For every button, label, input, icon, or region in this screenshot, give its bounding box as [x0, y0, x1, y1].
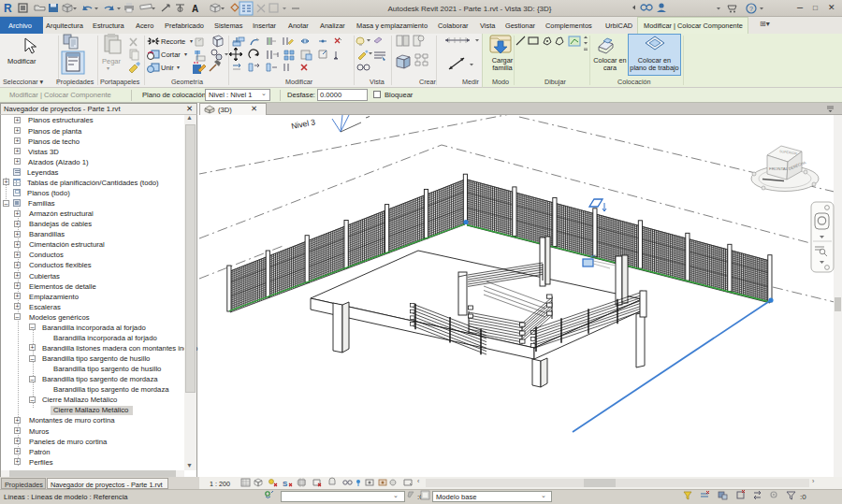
svg-text:R: R — [4, 2, 12, 15]
svg-text:?: ? — [749, 6, 753, 12]
svg-text:FRONTAL: FRONTAL — [769, 166, 789, 171]
svg-text:Nivel 3: Nivel 3 — [290, 117, 316, 131]
svg-text:A: A — [192, 4, 198, 14]
svg-text:S: S — [283, 480, 288, 488]
